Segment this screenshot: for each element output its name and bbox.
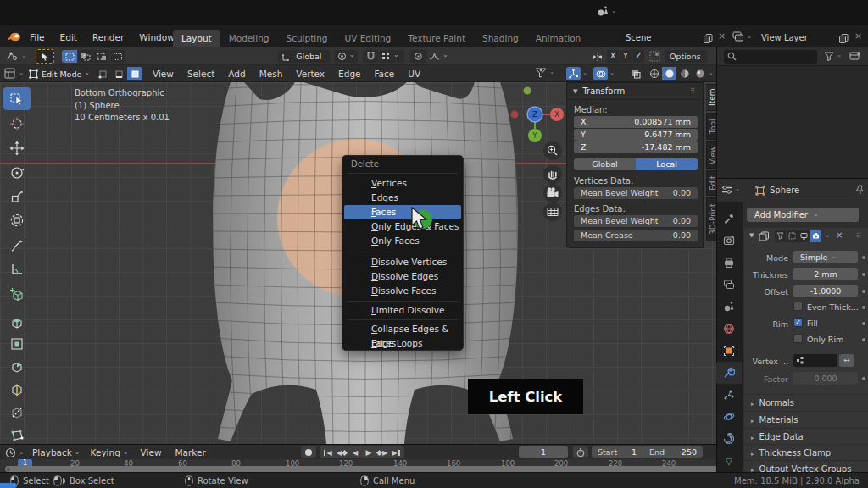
npanel-tab-3d-print[interactable]: 3D-Print: [706, 197, 716, 241]
menu-item-edge-loops[interactable]: Edge Loops: [344, 336, 461, 351]
viewport-menu-uv[interactable]: UV: [401, 69, 427, 79]
editor-type-icon-viewport[interactable]: [4, 68, 24, 79]
timeline-ruler[interactable]: 20 40 60 80 100 120 140 160 180 200 220 …: [0, 459, 716, 473]
modifier-panel-header[interactable]: ▼ × ⠿: [744, 228, 868, 245]
new-scene-icon[interactable]: [704, 33, 712, 42]
npanel-tab-item[interactable]: Item: [706, 84, 716, 111]
scene-selector[interactable]: Scene: [620, 30, 715, 45]
outliner-search-input[interactable]: [724, 50, 817, 64]
snap-base-icon[interactable]: [649, 51, 660, 62]
editor-type-icon-properties[interactable]: [721, 185, 740, 195]
jump-to-end-button[interactable]: ▶: [389, 446, 403, 458]
toolbar-extrude-region[interactable]: [3, 311, 31, 334]
timeline-menu-view[interactable]: View: [134, 447, 169, 458]
viewport-menu-edge[interactable]: Edge: [331, 69, 367, 79]
toggle-viewport-display[interactable]: [798, 230, 810, 242]
frame-start-field[interactable]: Start 1: [592, 446, 643, 458]
shading-material-button[interactable]: [677, 67, 692, 80]
select-mode-subtract-button[interactable]: [94, 50, 109, 63]
toggle-realtime-display[interactable]: [787, 230, 798, 242]
new-view-layer-icon[interactable]: [839, 33, 848, 42]
scene-type-icon[interactable]: [597, 6, 617, 19]
menu-item-limited-dissolve[interactable]: Limited Dissolve: [344, 303, 461, 318]
mirror-z-button[interactable]: Z: [632, 50, 644, 63]
record-button[interactable]: [301, 446, 316, 458]
section-edge-data[interactable]: Edge Data: [744, 428, 868, 444]
toolbar-cursor[interactable]: [3, 112, 31, 135]
shading-dropdown[interactable]: [709, 69, 714, 78]
edge-crease-field[interactable]: Mean Crease0.00: [574, 230, 698, 241]
toolbar-poly-build[interactable]: [3, 424, 31, 444]
tab-object[interactable]: [716, 340, 742, 362]
tab-particles[interactable]: [716, 384, 742, 406]
frame-end-field[interactable]: End 250: [643, 446, 703, 458]
mirror-y-button[interactable]: Y: [620, 50, 632, 63]
menu-item-dissolve-edges[interactable]: Dissolve Edges: [344, 269, 461, 284]
tab-modifiers[interactable]: [716, 362, 742, 384]
menu-item-dissolve-faces[interactable]: Dissolve Faces: [344, 284, 461, 298]
transform-panel-header[interactable]: ▼ Transform ⠿: [567, 83, 703, 100]
viewport-menu-mesh[interactable]: Mesh: [253, 69, 290, 79]
workspace-tab-layout[interactable]: Layout: [173, 30, 220, 47]
menu-edit[interactable]: Edit: [53, 32, 85, 42]
viewport-menu-face[interactable]: Face: [368, 69, 402, 79]
snap-toggle-button[interactable]: [363, 50, 378, 63]
vertex-bevel-weight-field[interactable]: Mean Bevel Weight0.00: [574, 187, 698, 199]
navigation-gizmo[interactable]: X Y Z: [498, 82, 568, 226]
tab-world[interactable]: [716, 318, 742, 340]
options-dropdown[interactable]: Options: [665, 50, 707, 63]
timeline-menu-marker[interactable]: Marker: [168, 447, 212, 458]
toolbar-bevel[interactable]: [3, 355, 31, 378]
vertex-select-button[interactable]: [95, 67, 110, 80]
npanel-tab-tool[interactable]: Tool: [706, 113, 716, 140]
median-x-field[interactable]: X0.008571 mm: [574, 116, 698, 128]
expand-icon[interactable]: ▼: [749, 232, 754, 239]
toolbar-rotate[interactable]: [3, 161, 31, 184]
pivot-point-dropdown[interactable]: [334, 50, 358, 63]
tab-view-layer[interactable]: [716, 274, 742, 296]
toolbar-inset-faces[interactable]: [3, 332, 31, 355]
vertex-group-invert-button[interactable]: ↔: [839, 354, 854, 367]
viewport-3d[interactable]: Bottom Orthographic (1) Sphere 10 Centim…: [0, 82, 716, 444]
pin-icon[interactable]: [856, 185, 865, 195]
gizmo-dropdown[interactable]: [582, 69, 587, 78]
tab-output[interactable]: [716, 252, 742, 274]
mode-dropdown-simple[interactable]: Simple: [793, 251, 858, 263]
filter-dropdown[interactable]: [824, 51, 842, 61]
current-frame-field[interactable]: 1: [519, 446, 568, 458]
only-rim-checkbox[interactable]: [793, 334, 803, 343]
workspace-tab-modeling[interactable]: Modeling: [220, 30, 278, 47]
modifier-remove-icon[interactable]: ×: [836, 230, 843, 240]
proportional-editing-toggle[interactable]: [410, 50, 426, 63]
toggle-render-display[interactable]: [810, 230, 821, 242]
select-mode-invert-button[interactable]: [110, 50, 125, 63]
tab-tool[interactable]: [716, 208, 742, 230]
vertex-group-field[interactable]: [793, 354, 837, 367]
toolbar-select-box[interactable]: [3, 87, 31, 110]
view-layer-selector[interactable]: View Layer: [755, 30, 850, 45]
local-button[interactable]: Local: [636, 158, 698, 170]
section-normals[interactable]: Normals: [744, 394, 868, 410]
active-tool-icon[interactable]: [6, 51, 26, 62]
viewport-menu-view[interactable]: View: [146, 69, 181, 79]
toolbar-knife[interactable]: [3, 401, 31, 424]
panel-drag-icon[interactable]: ⠿: [690, 87, 696, 95]
mirror-icon[interactable]: [592, 52, 604, 62]
workspace-tab-uv-editing[interactable]: UV Editing: [337, 30, 400, 47]
overlays-dropdown[interactable]: [609, 69, 615, 78]
menu-file[interactable]: File: [22, 32, 53, 42]
previous-keyframe-button[interactable]: ◀: [335, 446, 348, 458]
jump-to-start-button[interactable]: ◀: [321, 446, 335, 458]
edge-bevel-weight-field[interactable]: Mean Bevel Weight0.00: [574, 215, 698, 227]
select-mode-new-button[interactable]: [62, 50, 77, 63]
modifier-extras-dropdown[interactable]: [825, 231, 830, 241]
add-modifier-dropdown[interactable]: Add Modifier: [747, 208, 859, 222]
blender-logo-icon[interactable]: [7, 30, 21, 43]
timeline-menu-keying[interactable]: Keying: [86, 447, 134, 458]
edge-select-button[interactable]: [111, 67, 126, 80]
menu-item-collapse-edges-faces[interactable]: Collapse Edges & Faces: [344, 322, 461, 336]
tab-constraints[interactable]: [716, 428, 742, 450]
npanel-tab-view[interactable]: View: [706, 141, 716, 169]
toolbar-transform[interactable]: [3, 208, 31, 231]
view-layer-type-icon[interactable]: [732, 31, 753, 44]
